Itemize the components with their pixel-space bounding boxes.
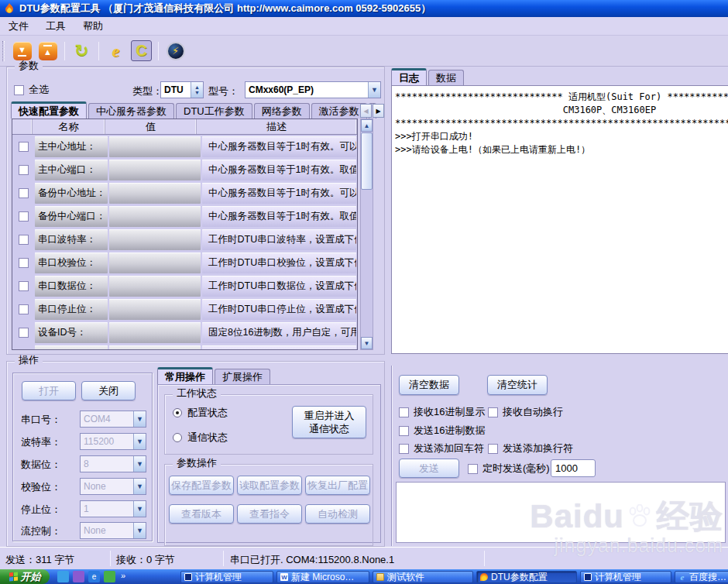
quicklaunch-ie-icon[interactable]: e	[88, 571, 100, 582]
row-value-field[interactable]	[109, 206, 201, 227]
open-port-button[interactable]: 打开	[22, 381, 76, 400]
ie-launch-button[interactable]: e	[105, 40, 126, 61]
taskbar-item-word-doc[interactable]: W 新建 Microso…	[276, 571, 369, 583]
rx-wrap-checkbox[interactable]	[488, 407, 498, 417]
config-state-text: 配置状态	[187, 406, 228, 420]
row-value-field[interactable]	[109, 252, 201, 273]
close-port-button[interactable]: 关闭	[81, 381, 136, 400]
tx-lf-checkbox[interactable]	[488, 444, 498, 454]
log-output[interactable]: ****************************** 适用机型(Suit…	[391, 85, 728, 354]
quicklaunch-player-icon[interactable]	[73, 571, 84, 582]
quicklaunch-desktop-icon[interactable]	[57, 571, 69, 582]
start-button[interactable]: 开始	[0, 569, 50, 584]
chevron-down-icon[interactable]: ▼	[133, 434, 146, 449]
write-params-button[interactable]: ▲	[37, 40, 58, 61]
quicklaunch-msn-icon[interactable]	[104, 571, 115, 582]
menu-file[interactable]: 文件	[0, 17, 37, 36]
row-checkbox[interactable]	[19, 165, 29, 175]
scroll-down-icon[interactable]: ▼	[361, 337, 373, 349]
caimore-tool-button[interactable]: C	[131, 40, 152, 61]
timed-send-checkbox[interactable]	[468, 464, 478, 474]
read-config-button[interactable]: 读取配置参数	[237, 476, 302, 495]
chevron-down-icon[interactable]: ▼	[133, 479, 146, 494]
row-value-field[interactable]	[109, 160, 201, 180]
word-icon: W	[280, 573, 288, 581]
taskbar-item-test-folder[interactable]: 测试软件	[373, 571, 473, 583]
row-desc: 中心服务器数目等于1时有效。取值范…	[202, 206, 356, 227]
read-params-button[interactable]: ▼	[12, 40, 33, 61]
flowcontrol-dropdown[interactable]: None ▼	[80, 522, 146, 539]
taskbar-item-dtu-config[interactable]: DTU参数配置	[476, 571, 577, 583]
row-value-field[interactable]	[109, 229, 201, 250]
databits-dropdown[interactable]: 8 ▼	[80, 455, 146, 472]
toolbar-grip[interactable]	[2, 41, 5, 61]
row-value-field[interactable]	[109, 183, 201, 204]
taskbar-item-computer-mgmt[interactable]: 计算机管理	[180, 571, 273, 583]
row-value-field[interactable]	[109, 299, 201, 320]
row-checkbox[interactable]	[19, 258, 29, 268]
scroll-up-icon[interactable]: ▲	[361, 119, 373, 132]
title-bar[interactable]: DTU参数配置工具 （厦门才茂通信科技有限公司 http://www.caimo…	[0, 0, 728, 17]
table-scrollbar[interactable]: ▲ ▼	[360, 119, 373, 350]
tab-quick-config[interactable]: 快速配置参数	[11, 101, 87, 119]
chevron-down-icon[interactable]: ▼	[368, 82, 380, 98]
row-value-field[interactable]	[109, 322, 201, 343]
rx-hex-checkbox[interactable]	[399, 407, 409, 417]
clear-data-button[interactable]: 清空数据	[399, 375, 459, 395]
refresh-button[interactable]: ↻	[71, 40, 92, 61]
chevron-down-icon[interactable]: ▼	[133, 456, 146, 472]
row-checkbox[interactable]	[19, 281, 29, 291]
tab-extended-ops[interactable]: 扩展操作	[215, 369, 270, 384]
interval-input[interactable]	[551, 459, 596, 477]
tab-center-server[interactable]: 中心服务器参数	[88, 103, 174, 119]
save-config-button[interactable]: 保存配置参数	[169, 476, 234, 495]
radio-config-state[interactable]	[173, 408, 182, 417]
chevron-down-icon[interactable]: ▼	[133, 501, 146, 517]
row-checkbox[interactable]	[19, 235, 29, 245]
taskbar-item-baidu[interactable]: e 百度搜…	[675, 571, 728, 583]
chevron-down-icon[interactable]: ▼	[133, 411, 146, 427]
tab-scroll-right-icon[interactable]: ▶	[373, 104, 384, 118]
row-checkbox[interactable]	[19, 328, 29, 338]
send-text-area[interactable]	[396, 482, 726, 543]
row-checkbox[interactable]	[19, 142, 29, 152]
quicklaunch-overflow-chevron[interactable]: »	[121, 571, 125, 580]
chevron-down-icon[interactable]: ▼	[133, 523, 146, 538]
parity-dropdown[interactable]: None ▼	[80, 478, 146, 495]
tab-dtu-work[interactable]: DTU工作参数	[176, 103, 252, 119]
tx-cr-checkbox[interactable]	[399, 444, 409, 454]
scrollbar-thumb[interactable]	[361, 132, 373, 190]
stopbits-dropdown[interactable]: 1 ▼	[80, 500, 146, 517]
send-button[interactable]: 发送	[399, 459, 459, 478]
model-dropdown[interactable]: CMxx60(P_EP) ▼	[245, 81, 381, 98]
view-commands-button[interactable]: 查看指令	[237, 504, 302, 524]
factory-reset-button[interactable]: 恢复出厂配置	[305, 476, 370, 495]
view-version-button[interactable]: 查看版本	[169, 504, 234, 524]
clear-stats-button[interactable]: 清空统计	[487, 375, 548, 395]
tab-common-ops[interactable]: 常用操作	[157, 367, 213, 384]
tab-scroll-left-icon[interactable]: ◀	[360, 104, 372, 118]
row-checkbox[interactable]	[19, 304, 29, 314]
row-value-field[interactable]	[109, 276, 201, 297]
row-value-field[interactable]	[109, 345, 201, 350]
spinner-arrows-icon[interactable]: ▲▼	[191, 82, 203, 98]
row-value-field[interactable]	[109, 136, 201, 157]
tab-data[interactable]: 数据	[428, 70, 464, 85]
restart-enter-comm-button[interactable]: 重启并进入 通信状态	[292, 406, 366, 438]
taskbar-item-computer-mgmt-2[interactable]: 计算机管理	[580, 571, 671, 583]
tab-log[interactable]: 日志	[391, 68, 427, 85]
row-checkbox[interactable]	[19, 188, 29, 198]
baudrate-dropdown[interactable]: 115200 ▼	[80, 433, 146, 450]
tab-activate[interactable]: 激活参数	[311, 103, 367, 119]
tx-hex-checkbox[interactable]	[399, 426, 409, 436]
menu-help[interactable]: 帮助	[74, 17, 112, 36]
row-checkbox[interactable]	[19, 211, 29, 222]
select-all-checkbox[interactable]	[14, 85, 24, 95]
menu-tools[interactable]: 工具	[37, 17, 74, 36]
radio-comm-state[interactable]	[173, 433, 182, 442]
messenger-button[interactable]: ⚡	[165, 40, 186, 61]
com-port-dropdown[interactable]: COM4 ▼	[80, 411, 146, 428]
tab-network[interactable]: 网络参数	[254, 103, 310, 119]
auto-detect-button[interactable]: 自动检测	[305, 504, 370, 524]
type-spinner[interactable]: DTU ▲▼	[160, 81, 204, 98]
